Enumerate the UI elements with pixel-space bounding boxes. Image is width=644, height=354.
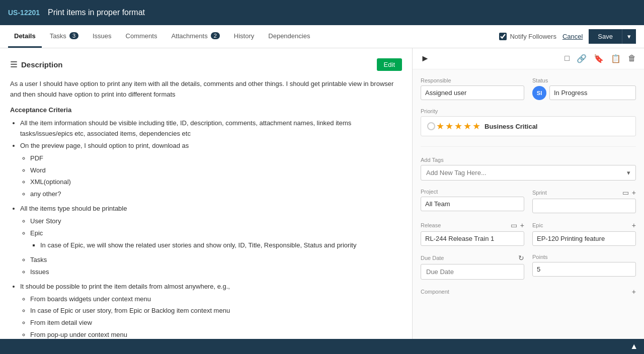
description-content: As a user I should have option to print …	[10, 79, 402, 339]
tags-input[interactable]	[421, 165, 636, 181]
list-item: In case of Epic, we will show the relate…	[40, 240, 402, 251]
release-select[interactable]: RL-244 Release Train 1	[421, 231, 524, 246]
tab-details-label: Details	[14, 32, 36, 40]
sub-sub-list: In case of Epic, we will show the relate…	[30, 240, 402, 251]
tab-issues[interactable]: Issues	[87, 25, 118, 48]
due-points-row: Due Date ↻ Points 5 1 2 3	[421, 254, 636, 280]
tab-attachments-badge: 2	[211, 32, 220, 39]
tab-tasks[interactable]: Tasks 3	[44, 25, 85, 48]
tab-dependencies-label: Dependencies	[268, 32, 310, 40]
description-title-text: Description	[21, 60, 63, 69]
sub-list: PDF Word XML(optional) any other?	[20, 153, 402, 200]
sprint-label: Sprint	[532, 190, 547, 196]
component-add-icon[interactable]: +	[632, 288, 636, 296]
sprint-add-icon[interactable]: +	[632, 189, 636, 197]
tab-details[interactable]: Details	[8, 25, 42, 48]
due-label-row: Due Date ↻	[421, 254, 524, 262]
star-1: ★	[436, 121, 444, 132]
right-toolbar: ► □ 🔗 🔖 📋 🗑	[413, 48, 644, 69]
bookmark-icon[interactable]: 🔖	[594, 54, 604, 63]
due-date-input[interactable]	[421, 264, 524, 280]
release-copy-icon[interactable]: ▭	[511, 221, 517, 229]
points-label: Points	[532, 254, 636, 260]
sprint-icons: ▭ +	[622, 189, 636, 197]
due-date-label: Due Date	[421, 255, 444, 261]
description-title: ☰ Description	[10, 60, 63, 69]
list-item: Tasks	[30, 255, 402, 266]
notify-checkbox[interactable]	[499, 33, 507, 40]
description-header: ☰ Description Edit	[10, 58, 402, 71]
release-icons: ▭ +	[511, 221, 524, 229]
tab-comments-label: Comments	[126, 32, 157, 40]
due-date-group: Due Date ↻	[421, 254, 524, 280]
list-item: Issues	[30, 267, 402, 278]
list-item: It should be possible to print the item …	[20, 282, 402, 339]
fullscreen-icon[interactable]: □	[565, 54, 570, 63]
priority-display: ★ ★ ★ ★ ★ Business Critical	[421, 116, 636, 136]
sprint-select-wrapper	[532, 199, 636, 213]
status-input-row: SI In Progress To Do Done Blocked	[532, 85, 636, 100]
project-select-wrapper: All Team	[421, 197, 524, 211]
save-button[interactable]: Save	[589, 29, 622, 44]
edit-button[interactable]: Edit	[377, 58, 402, 71]
release-group: Release ▭ + RL-244 Release Train 1	[421, 221, 524, 246]
responsible-status-row: Responsible Assigned user Status SI	[421, 77, 636, 100]
save-dropdown-button[interactable]: ▾	[622, 29, 636, 44]
star-5: ★	[472, 121, 480, 132]
tags-label: Add Tags	[421, 157, 636, 163]
epic-label-row: Epic +	[532, 221, 636, 229]
sprint-select[interactable]	[532, 199, 636, 213]
right-content: Responsible Assigned user Status SI	[413, 69, 644, 304]
list-item: Word	[30, 165, 402, 176]
cancel-button[interactable]: Cancel	[562, 33, 583, 40]
epic-select-wrapper: EP-120 Printing feature	[532, 231, 636, 246]
tab-attachments-label: Attachments	[171, 32, 207, 40]
star-4: ★	[463, 121, 471, 132]
release-add-icon[interactable]: +	[520, 221, 524, 229]
tab-comments[interactable]: Comments	[120, 25, 164, 48]
list-item: XML(optional)	[30, 177, 402, 188]
project-select[interactable]: All Team	[421, 197, 524, 211]
due-date-refresh-icon[interactable]: ↻	[518, 254, 524, 262]
right-panel: ► □ 🔗 🔖 📋 🗑 Responsible Assi	[413, 48, 644, 339]
bottom-nav-icon[interactable]: ▲	[630, 342, 638, 351]
sub-list: User Story Epic In case of Epic, we will…	[20, 216, 402, 278]
tab-history-label: History	[234, 32, 254, 40]
tab-tasks-label: Tasks	[50, 32, 66, 40]
tab-dependencies[interactable]: Dependencies	[262, 25, 316, 48]
main-content: ☰ Description Edit As a user I should ha…	[0, 48, 644, 339]
tab-history[interactable]: History	[228, 25, 260, 48]
description-body: As a user I should have option to print …	[10, 79, 402, 100]
bottom-nav: ▲	[0, 339, 644, 354]
points-select-wrapper: 5 1 2 3 8 13	[532, 262, 636, 277]
list-item: In case of Epic or user story, from Epic…	[30, 306, 402, 316]
project-label: Project	[421, 189, 524, 195]
copy-icon[interactable]: 📋	[611, 54, 621, 63]
tab-bar: Details Tasks 3 Issues Comments Attachme…	[0, 25, 644, 48]
points-select[interactable]: 5 1 2 3 8 13	[532, 262, 636, 277]
notify-followers-label[interactable]: Notify Followers	[499, 33, 556, 40]
list-item: All the item information should be visib…	[20, 118, 402, 139]
collapse-icon[interactable]: ►	[421, 53, 430, 64]
status-group: Status SI In Progress To Do Done Blocked	[532, 77, 636, 100]
list-item: From item detail view	[30, 318, 402, 328]
tab-attachments[interactable]: Attachments 2	[165, 25, 225, 48]
status-label: Status	[532, 77, 636, 83]
sprint-group: Sprint ▭ +	[532, 189, 636, 213]
tabs-container: Details Tasks 3 Issues Comments Attachme…	[8, 25, 316, 48]
priority-label: Priority	[421, 108, 636, 114]
status-select[interactable]: In Progress To Do Done Blocked	[549, 85, 636, 100]
tags-dropdown-button[interactable]: ▾	[621, 165, 636, 181]
list-item: From pop-up under context menu	[30, 330, 402, 339]
delete-icon[interactable]: 🗑	[628, 54, 636, 63]
issue-title: Print items in proper format	[48, 8, 145, 17]
link-icon[interactable]: 🔗	[577, 54, 587, 63]
responsible-select[interactable]: Assigned user	[421, 85, 524, 100]
tags-input-wrapper: ▾	[421, 165, 636, 181]
sprint-copy-icon[interactable]: ▭	[622, 189, 629, 197]
epic-select[interactable]: EP-120 Printing feature	[532, 231, 636, 246]
epic-add-icon[interactable]: +	[632, 221, 636, 229]
save-group: Save ▾	[589, 29, 636, 44]
notify-followers-text: Notify Followers	[510, 33, 556, 40]
list-item: User Story	[30, 216, 402, 227]
